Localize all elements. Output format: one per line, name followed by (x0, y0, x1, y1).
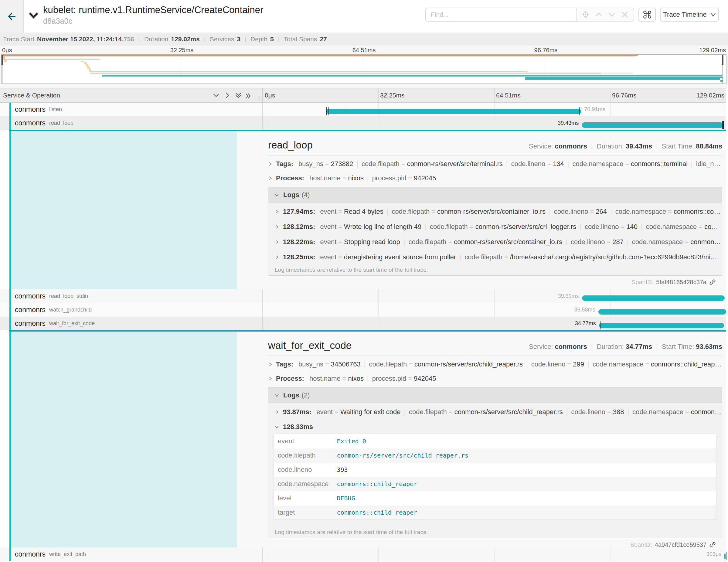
chevron-right-icon (268, 376, 272, 381)
span-log-marker[interactable] (726, 552, 726, 560)
span-log-marker[interactable] (326, 107, 327, 115)
kv-value: Stopping read loop (344, 238, 400, 246)
span-name-cell[interactable]: conmonrswatch_grandchild (15, 303, 92, 317)
kv-equals: = (666, 208, 674, 215)
minimap-span-segment (2, 56, 635, 56)
span-row-read_loop_stdin[interactable]: conmonrsread_loop_stdin39.69ms (0, 289, 726, 303)
span-name-cell[interactable]: conmonrslisten (15, 103, 62, 116)
span-name-cell[interactable]: conmonrswait_for_exit_code (15, 317, 95, 330)
key-value-pair: process.pid=942045 (372, 375, 436, 383)
find-clear-icon[interactable] (619, 9, 631, 21)
log-footnote: Log timestamps are relative to the start… (268, 265, 722, 275)
key-value-pair: code.lineno=134 (511, 160, 564, 168)
span-log-marker[interactable] (600, 321, 600, 329)
process-summary-row[interactable]: Process:host.name=nixos|process.pid=9420… (268, 375, 722, 383)
span-bar[interactable] (582, 122, 723, 128)
span-bar[interactable] (326, 109, 581, 114)
minimap-scrubber-right-grip[interactable] (722, 55, 723, 65)
span-row-write_exit_path[interactable]: conmonrswrite_exit_path303μs (0, 547, 726, 561)
span-log-marker[interactable] (328, 107, 329, 115)
header-gridline (378, 88, 379, 102)
key-value-pair: code.filepath=conmon-rs/server/src/conta… (392, 208, 546, 216)
minimap-ticks: 0μs32.25ms64.51ms96.76ms129.02ms (0, 46, 728, 54)
log-entry-row[interactable]: 128.12ms:event=Wrote log line of length … (268, 219, 722, 234)
grip-line (258, 96, 258, 101)
keyboard-shortcuts-button[interactable] (638, 8, 656, 22)
trace-title-block: kubelet: runtime.v1.RuntimeService/Creat… (43, 4, 263, 26)
chevron-down-icon (275, 425, 279, 429)
kv-key: code.lineno (571, 408, 605, 416)
minimap-tick-label: 129.02ms (699, 47, 726, 54)
span-row-watch_grandchild[interactable]: conmonrswatch_grandchild35.58ms (0, 303, 726, 317)
log-entry-row[interactable]: 127.94ms:event=Read 4 bytes|code.filepat… (268, 204, 722, 219)
span-log-marker[interactable] (724, 321, 724, 329)
minimap-scrubber-left-grip[interactable] (2, 55, 3, 65)
row-gridline (262, 289, 263, 303)
span-row-read_loop[interactable]: conmonrsread_loop39.43ms (0, 116, 726, 130)
kv-equals: = (468, 223, 475, 230)
span-row-wait_for_exit_code[interactable]: conmonrswait_for_exit_code34.77ms (0, 317, 726, 330)
span-name-cell[interactable]: conmonrsread_loop (15, 116, 73, 130)
key-value-pair: code.namespace=conmon… (632, 238, 721, 246)
span-bar[interactable] (724, 553, 726, 559)
table-row: code.namespaceconmonrs::child_reaper (274, 477, 716, 491)
kv-key: code.filepath (409, 408, 447, 416)
logs-container: Logs(2)93.87ms:event=Waiting for exit co… (268, 387, 722, 538)
find-input[interactable] (426, 8, 576, 21)
kv-key: process.pid (372, 375, 407, 382)
find-prev-icon[interactable] (593, 9, 605, 21)
log-footnote: Log timestamps are relative to the start… (268, 520, 722, 538)
field-key: level (274, 491, 333, 506)
expand-all-icon[interactable] (245, 92, 252, 100)
process-summary-row[interactable]: Process:host.name=nixos|process.pid=9420… (268, 174, 722, 182)
key-value-pair: code.namespace=co… (646, 223, 718, 231)
log-entry-expanded-header[interactable]: 128.33ms (268, 420, 722, 434)
span-log-marker[interactable] (581, 107, 581, 115)
field-value: conmonrs::child_reaper (333, 477, 716, 491)
tags-summary-row[interactable]: Tags:busy_ns=273882|code.filepath=conmon… (268, 160, 722, 168)
collapse-one-icon[interactable] (213, 92, 220, 99)
chevron-right-icon (275, 225, 279, 229)
view-selector-button[interactable]: Trace Timeline (660, 8, 719, 22)
expand-one-icon[interactable] (224, 92, 231, 99)
span-duration-label: 39.69ms (558, 289, 579, 303)
span-log-marker[interactable] (723, 121, 724, 129)
minimap-canvas[interactable] (1, 54, 726, 84)
row-gridline (378, 547, 379, 561)
find-next-icon[interactable] (606, 9, 618, 21)
kv-equals: = (406, 375, 414, 382)
span-bar[interactable] (582, 295, 725, 301)
collapse-header-chevron-icon[interactable] (29, 12, 38, 19)
minimap-scrubber-right[interactable] (723, 55, 723, 83)
span-name-cell[interactable]: conmonrsread_loop_stdin (15, 289, 88, 303)
log-entry-row[interactable]: 128.22ms:event=Stopping read loop|code.f… (268, 234, 722, 250)
key-value-pair: event=Read 4 bytes (320, 208, 383, 216)
span-row-listen[interactable]: conmonrslisten70.91ms (0, 103, 726, 116)
locate-icon[interactable] (580, 9, 592, 21)
kv-equals: = (588, 208, 596, 215)
span-name-cell[interactable]: conmonrswrite_exit_path (15, 547, 86, 561)
span-log-marker[interactable] (347, 107, 347, 115)
collapse-all-icon[interactable] (234, 92, 242, 99)
tags-summary-row[interactable]: Tags:busy_ns=34506763|code.filepath=conm… (268, 360, 722, 368)
deep-link-icon[interactable] (709, 541, 716, 548)
log-fields-table: eventExited 0code.filepathconmon-rs/serv… (274, 434, 716, 520)
span-bar[interactable] (598, 309, 726, 315)
overview-label: Start Time: (662, 142, 696, 150)
deep-link-icon[interactable] (709, 279, 716, 285)
separator: | (506, 160, 508, 168)
kv-value: conmon-rs/server/src/child_reaper.rs (414, 360, 523, 368)
column-resizer-grip[interactable] (258, 96, 261, 101)
log-entry-row[interactable]: 93.87ms:event=Waiting for exit code|code… (268, 404, 722, 420)
log-entry-row[interactable]: 128.25ms:event=deregistering event sourc… (268, 250, 722, 265)
logs-header[interactable]: Logs(2) (268, 388, 722, 403)
timeline-tick-label: 32.25ms (380, 92, 405, 99)
logs-header[interactable]: Logs(4) (268, 187, 722, 203)
span-log-marker[interactable] (579, 107, 580, 115)
kv-equals: = (406, 174, 414, 182)
kv-key: code.filepath (409, 238, 447, 246)
span-bar[interactable] (599, 323, 724, 328)
back-button[interactable] (0, 0, 24, 32)
minimap-scrubber-left[interactable] (2, 55, 2, 83)
service-name: conmonrs (15, 319, 46, 328)
